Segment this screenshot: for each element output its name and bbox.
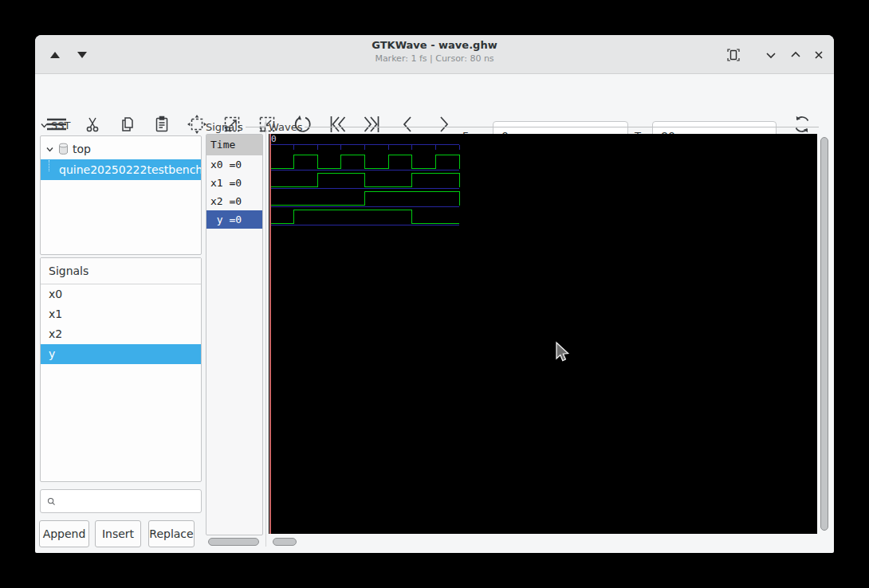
time-header[interactable]: Time [206, 135, 262, 155]
sst-tree-panel: top quine20250222testbench [40, 135, 202, 255]
maximize-button[interactable] [723, 45, 744, 65]
titlebar: GTKWave - wave.ghw Marker: 1 fs | Cursor… [35, 35, 834, 74]
signal-search-panel: Signals x0 x1 x2 y [40, 257, 202, 482]
names-hscrollbar[interactable] [206, 537, 263, 547]
sst-tree-item-testbench[interactable]: quine20250222testbench [41, 159, 201, 180]
trace-name-x0[interactable]: x0 =0 [206, 155, 262, 174]
chevron-down-icon [764, 48, 778, 62]
frame-border [305, 127, 819, 127]
sst-frame-label: SST [40, 120, 70, 131]
cylinder-icon [57, 143, 69, 155]
tree-branch-line [49, 160, 49, 171]
copy-icon [118, 115, 137, 134]
scrollbar-thumb[interactable] [208, 538, 259, 546]
waves-frame-label: Waves [269, 121, 819, 133]
insert-button[interactable]: Insert [95, 520, 141, 547]
frame-border [246, 127, 266, 127]
window-title: GTKWave - wave.ghw [274, 39, 595, 51]
list-item-y[interactable]: y [41, 344, 201, 364]
mouse-cursor [554, 341, 572, 365]
move-traces-down-button[interactable] [72, 45, 92, 65]
sst-tree-item-top[interactable]: top [41, 139, 201, 159]
paste-button[interactable] [148, 112, 175, 137]
time-origin-label: 0 [271, 134, 277, 144]
close-icon [812, 48, 826, 62]
replace-button[interactable]: Replace [148, 520, 195, 547]
paste-icon [152, 115, 171, 134]
append-button[interactable]: Append [39, 520, 89, 547]
waves-hscrollbar[interactable] [269, 537, 817, 547]
trace-names-panel: Time x0 =0 x1 =0 x2 =0 y =0 [206, 134, 263, 535]
signal-filter-box [40, 489, 202, 513]
list-item-x0[interactable]: x0 [41, 284, 201, 304]
scrollbar-thumb[interactable] [273, 538, 297, 546]
search-icon [47, 496, 56, 508]
restore-button[interactable] [785, 45, 806, 65]
toolbar: From: To: [35, 75, 834, 117]
trace-name-y[interactable]: y =0 [206, 210, 262, 229]
cut-button[interactable] [79, 112, 106, 137]
waves-vscrollbar[interactable] [820, 135, 829, 534]
move-traces-up-button[interactable] [45, 45, 65, 65]
trace-name-x2[interactable]: x2 =0 [206, 192, 262, 210]
scrollbar-thumb[interactable] [820, 137, 828, 531]
chevron-up-icon [788, 48, 803, 62]
trace-name-x1[interactable]: x1 =0 [206, 174, 262, 192]
minimize-button[interactable] [761, 45, 781, 65]
marker-line[interactable] [269, 134, 271, 534]
zoom-fit-icon [187, 114, 207, 135]
waveform-plot [269, 134, 817, 534]
maximize-icon [725, 47, 741, 63]
marker-cursor-status: Marker: 1 fs | Cursor: 80 ns [274, 53, 595, 64]
triangle-down-icon [77, 52, 87, 58]
expander-down-icon[interactable] [40, 121, 49, 130]
pane-divider[interactable] [265, 120, 266, 547]
gtkwave-window: GTKWave - wave.ghw Marker: 1 fs | Cursor… [35, 35, 834, 553]
signal-filter-input[interactable] [61, 490, 201, 512]
wave-canvas[interactable]: 0 [269, 134, 817, 534]
copy-button[interactable] [114, 112, 141, 137]
signal-search-header: Signals [41, 258, 201, 284]
close-button[interactable] [808, 45, 829, 65]
cut-icon [83, 115, 102, 134]
triangle-up-icon [50, 52, 60, 58]
list-item-x1[interactable]: x1 [41, 304, 201, 324]
expander-down-icon[interactable] [45, 145, 54, 154]
list-item-x2[interactable]: x2 [41, 324, 201, 344]
names-frame-label: Signals [206, 121, 266, 133]
